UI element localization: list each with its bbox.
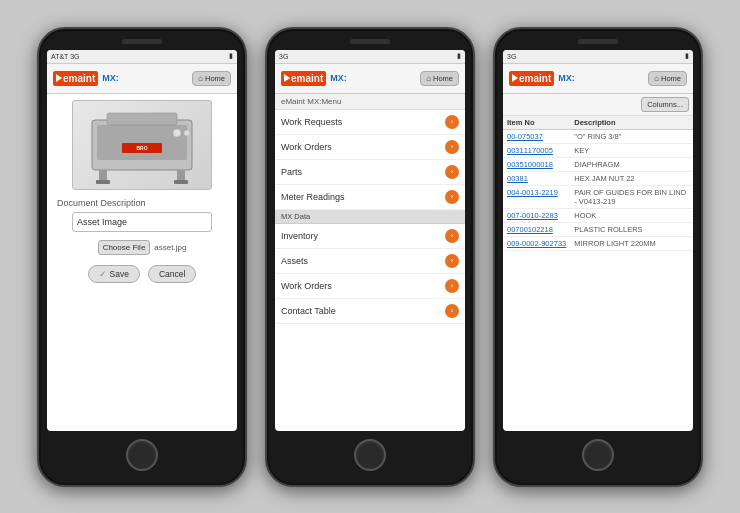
save-button[interactable]: ✓ Save <box>88 265 140 283</box>
chevron-meter-readings-icon: › <box>445 190 459 204</box>
menu-item-inventory[interactable]: Inventory › <box>275 224 465 249</box>
speaker-2 <box>350 39 390 44</box>
home-hardware-button-1[interactable] <box>126 439 158 471</box>
logo-arrow-1 <box>56 74 62 82</box>
item-no-cell[interactable]: 00381 <box>503 171 570 185</box>
logo-text-1: emaint <box>63 73 95 84</box>
col-item-no: Item No <box>503 116 570 130</box>
menu-item-label-work-orders-2: Work Orders <box>281 281 332 291</box>
status-bar-1: AT&T 3G ▮ <box>47 50 237 64</box>
menu-item-work-requests[interactable]: Work Requests › <box>275 110 465 135</box>
menu-item-work-orders-2[interactable]: Work Orders › <box>275 274 465 299</box>
description-cell: "O" RING 3/8" <box>570 129 693 143</box>
choose-file-button[interactable]: Choose File <box>98 240 151 255</box>
chevron-work-orders-1-icon: › <box>445 140 459 154</box>
menu-item-label-inventory: Inventory <box>281 231 318 241</box>
chevron-assets-icon: › <box>445 254 459 268</box>
description-cell: HOOK <box>570 208 693 222</box>
phone-bottom-1 <box>47 439 237 471</box>
screen-content-2: eMaint MX:Menu Work Requests › Work Orde… <box>275 94 465 431</box>
status-bar-3: 3G ▮ <box>503 50 693 64</box>
speaker-1 <box>122 39 162 44</box>
phone-3: 3G ▮ emaint MX: ⌂ Home Columns... <box>493 27 703 487</box>
menu-item-assets[interactable]: Assets › <box>275 249 465 274</box>
status-left-2: 3G <box>279 53 288 60</box>
columns-button[interactable]: Columns... <box>641 97 689 112</box>
status-left-3: 3G <box>507 53 516 60</box>
inventory-table: Item No Description 00-075037"O" RING 3/… <box>503 116 693 251</box>
home-icon-2: ⌂ <box>426 74 431 83</box>
status-bar-2: 3G ▮ <box>275 50 465 64</box>
home-label-1: Home <box>205 74 225 83</box>
svg-rect-2 <box>107 113 177 125</box>
home-button-3[interactable]: ⌂ Home <box>648 71 687 86</box>
table-row: 00311170005KEY <box>503 143 693 157</box>
file-name-label: asset.jpg <box>154 243 186 252</box>
app-header-2: emaint MX: ⌂ Home <box>275 64 465 94</box>
menu-item-label-meter-readings: Meter Readings <box>281 192 345 202</box>
col-description: Description <box>570 116 693 130</box>
file-row: Choose File asset.jpg <box>98 240 187 255</box>
item-no-cell[interactable]: 00311170005 <box>503 143 570 157</box>
logo-box-3: emaint <box>509 71 554 86</box>
speaker-3 <box>578 39 618 44</box>
screen-2: 3G ▮ emaint MX: ⌂ Home eMaint MX:Menu Wo… <box>275 50 465 431</box>
action-row: ✓ Save Cancel <box>88 265 197 283</box>
svg-text:BRO: BRO <box>136 145 147 151</box>
description-cell: KEY <box>570 143 693 157</box>
screen-3: 3G ▮ emaint MX: ⌂ Home Columns... <box>503 50 693 431</box>
phone-top-2 <box>275 39 465 44</box>
doc-description-label: Document Description <box>53 198 146 208</box>
menu-item-meter-readings[interactable]: Meter Readings › <box>275 185 465 210</box>
home-label-3: Home <box>661 74 681 83</box>
home-label-2: Home <box>433 74 453 83</box>
chevron-contact-table-icon: › <box>445 304 459 318</box>
home-button-1[interactable]: ⌂ Home <box>192 71 231 86</box>
phone-top-1 <box>47 39 237 44</box>
item-no-cell[interactable]: 009-0002-902733 <box>503 236 570 250</box>
table-row: 00700102218PLASTIC ROLLERS <box>503 222 693 236</box>
item-no-cell[interactable]: 00-075037 <box>503 129 570 143</box>
logo-box-2: emaint <box>281 71 326 86</box>
home-hardware-button-3[interactable] <box>582 439 614 471</box>
cancel-button[interactable]: Cancel <box>148 265 196 283</box>
table-row: 00381HEX JAM NUT 22 <box>503 171 693 185</box>
chevron-work-orders-2-icon: › <box>445 279 459 293</box>
app-header-3: emaint MX: ⌂ Home <box>503 64 693 94</box>
menu-item-label-work-orders-1: Work Orders <box>281 142 332 152</box>
table-row: 009-0002-902733MIRROR LIGHT 220MM <box>503 236 693 250</box>
menu-item-contact-table[interactable]: Contact Table › <box>275 299 465 324</box>
doc-area: BRO Document Description Ch <box>47 94 237 289</box>
item-no-cell[interactable]: 00700102218 <box>503 222 570 236</box>
menu-item-work-orders-1[interactable]: Work Orders › <box>275 135 465 160</box>
item-no-cell[interactable]: 00351000018 <box>503 157 570 171</box>
description-cell: PAIR OF GUIDES FOR BIN LIND - V0413-219 <box>570 185 693 208</box>
screen-1: AT&T 3G ▮ emaint MX: ⌂ Home <box>47 50 237 431</box>
home-icon-3: ⌂ <box>654 74 659 83</box>
table-row: 00-075037"O" RING 3/8" <box>503 129 693 143</box>
battery-3: ▮ <box>685 52 689 60</box>
table-header-row: Item No Description <box>503 116 693 130</box>
status-left-1: AT&T 3G <box>51 53 80 60</box>
menu-item-parts[interactable]: Parts › <box>275 160 465 185</box>
machine-svg: BRO <box>77 105 207 185</box>
phone-bottom-2 <box>275 439 465 471</box>
item-no-cell[interactable]: 004-0013-2219 <box>503 185 570 208</box>
item-no-cell[interactable]: 007-0010-2283 <box>503 208 570 222</box>
inv-header: Columns... <box>503 94 693 116</box>
menu-item-label-assets: Assets <box>281 256 308 266</box>
home-icon-1: ⌂ <box>198 74 203 83</box>
svg-rect-1 <box>97 125 187 160</box>
status-right-2: ▮ <box>457 52 461 60</box>
logo-mx-2: MX: <box>330 73 347 83</box>
menu-section-mx-data: MX Data <box>275 210 465 224</box>
svg-rect-7 <box>96 180 110 184</box>
battery-1: ▮ <box>229 52 233 60</box>
home-hardware-button-2[interactable] <box>354 439 386 471</box>
menu-item-label-contact-table: Contact Table <box>281 306 336 316</box>
check-icon: ✓ <box>99 269 107 279</box>
home-button-2[interactable]: ⌂ Home <box>420 71 459 86</box>
logo-mx-3: MX: <box>558 73 575 83</box>
status-right-3: ▮ <box>685 52 689 60</box>
doc-description-input[interactable] <box>72 212 212 232</box>
